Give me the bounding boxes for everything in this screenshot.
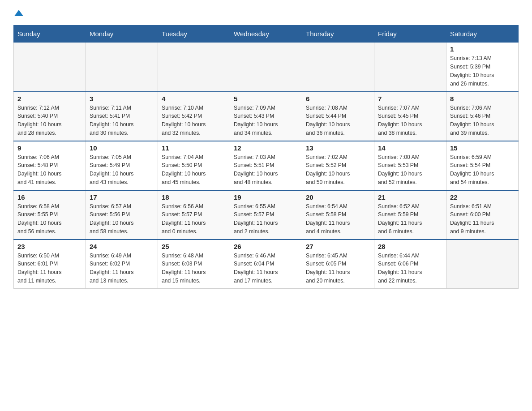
weekday-header-row: SundayMondayTuesdayWednesdayThursdayFrid… (14, 26, 519, 43)
day-number: 4 (162, 95, 226, 103)
calendar-cell: 13Sunrise: 7:02 AM Sunset: 5:52 PM Dayli… (302, 141, 374, 190)
day-number: 17 (90, 193, 154, 201)
day-number: 2 (17, 95, 82, 103)
calendar-cell (86, 43, 158, 92)
calendar-week-row: 23Sunrise: 6:50 AM Sunset: 6:01 PM Dayli… (14, 240, 519, 289)
calendar-cell: 28Sunrise: 6:44 AM Sunset: 6:06 PM Dayli… (374, 240, 446, 289)
day-info: Sunrise: 7:02 AM Sunset: 5:52 PM Dayligh… (306, 153, 370, 187)
day-number: 13 (306, 144, 370, 152)
calendar-cell: 9Sunrise: 7:06 AM Sunset: 5:48 PM Daylig… (14, 141, 86, 190)
calendar-cell (302, 43, 374, 92)
day-number: 14 (378, 144, 442, 152)
day-info: Sunrise: 6:44 AM Sunset: 6:06 PM Dayligh… (378, 252, 442, 286)
day-number: 24 (90, 243, 154, 250)
calendar-cell: 20Sunrise: 6:54 AM Sunset: 5:58 PM Dayli… (302, 190, 374, 240)
calendar-cell: 7Sunrise: 7:07 AM Sunset: 5:45 PM Daylig… (374, 92, 446, 141)
logo (13, 9, 23, 17)
calendar-cell (158, 43, 230, 92)
calendar-cell: 17Sunrise: 6:57 AM Sunset: 5:56 PM Dayli… (86, 190, 158, 240)
day-info: Sunrise: 7:10 AM Sunset: 5:42 PM Dayligh… (162, 104, 226, 138)
weekday-header-monday: Monday (86, 26, 158, 43)
calendar-cell (374, 43, 446, 92)
weekday-header-saturday: Saturday (446, 26, 519, 43)
day-info: Sunrise: 7:04 AM Sunset: 5:50 PM Dayligh… (162, 153, 226, 187)
calendar-cell: 22Sunrise: 6:51 AM Sunset: 6:00 PM Dayli… (446, 190, 519, 240)
weekday-header-friday: Friday (374, 26, 446, 43)
calendar-cell: 24Sunrise: 6:49 AM Sunset: 6:02 PM Dayli… (86, 240, 158, 289)
day-info: Sunrise: 7:08 AM Sunset: 5:44 PM Dayligh… (306, 104, 370, 138)
day-info: Sunrise: 6:59 AM Sunset: 5:54 PM Dayligh… (450, 153, 515, 187)
calendar-cell: 10Sunrise: 7:05 AM Sunset: 5:49 PM Dayli… (86, 141, 158, 190)
calendar-cell: 5Sunrise: 7:09 AM Sunset: 5:43 PM Daylig… (230, 92, 302, 141)
day-number: 16 (17, 193, 82, 201)
calendar-cell (14, 43, 86, 92)
logo-triangle-icon (14, 9, 23, 17)
day-info: Sunrise: 6:50 AM Sunset: 6:01 PM Dayligh… (17, 252, 82, 286)
day-number: 28 (378, 243, 442, 250)
day-number: 6 (306, 95, 370, 103)
day-number: 26 (234, 243, 298, 250)
day-info: Sunrise: 7:07 AM Sunset: 5:45 PM Dayligh… (378, 104, 442, 138)
calendar-week-row: 16Sunrise: 6:58 AM Sunset: 5:55 PM Dayli… (14, 190, 519, 240)
weekday-header-tuesday: Tuesday (158, 26, 230, 43)
calendar-cell (446, 240, 519, 289)
calendar-cell: 11Sunrise: 7:04 AM Sunset: 5:50 PM Dayli… (158, 141, 230, 190)
day-info: Sunrise: 7:12 AM Sunset: 5:40 PM Dayligh… (17, 104, 82, 138)
day-number: 25 (162, 243, 226, 250)
calendar-cell: 27Sunrise: 6:45 AM Sunset: 6:05 PM Dayli… (302, 240, 374, 289)
day-number: 15 (450, 144, 515, 152)
calendar-cell: 21Sunrise: 6:52 AM Sunset: 5:59 PM Dayli… (374, 190, 446, 240)
calendar-cell: 26Sunrise: 6:46 AM Sunset: 6:04 PM Dayli… (230, 240, 302, 289)
svg-marker-0 (14, 10, 23, 16)
day-number: 22 (450, 193, 515, 201)
day-info: Sunrise: 6:49 AM Sunset: 6:02 PM Dayligh… (90, 252, 154, 286)
day-number: 3 (90, 95, 154, 103)
day-number: 9 (17, 144, 82, 152)
calendar-cell: 8Sunrise: 7:06 AM Sunset: 5:46 PM Daylig… (446, 92, 519, 141)
day-number: 19 (234, 193, 298, 201)
calendar-cell: 15Sunrise: 6:59 AM Sunset: 5:54 PM Dayli… (446, 141, 519, 190)
calendar-cell: 23Sunrise: 6:50 AM Sunset: 6:01 PM Dayli… (14, 240, 86, 289)
calendar-cell (230, 43, 302, 92)
calendar-week-row: 2Sunrise: 7:12 AM Sunset: 5:40 PM Daylig… (14, 92, 519, 141)
day-number: 21 (378, 193, 442, 201)
day-info: Sunrise: 7:06 AM Sunset: 5:48 PM Dayligh… (17, 153, 82, 187)
day-info: Sunrise: 6:46 AM Sunset: 6:04 PM Dayligh… (234, 252, 298, 286)
weekday-header-thursday: Thursday (302, 26, 374, 43)
weekday-header-sunday: Sunday (14, 26, 86, 43)
day-number: 5 (234, 95, 298, 103)
weekday-header-wednesday: Wednesday (230, 26, 302, 43)
day-info: Sunrise: 6:45 AM Sunset: 6:05 PM Dayligh… (306, 252, 370, 286)
calendar-cell: 2Sunrise: 7:12 AM Sunset: 5:40 PM Daylig… (14, 92, 86, 141)
day-info: Sunrise: 6:55 AM Sunset: 5:57 PM Dayligh… (234, 202, 298, 236)
day-info: Sunrise: 6:52 AM Sunset: 5:59 PM Dayligh… (378, 202, 442, 236)
calendar-cell: 16Sunrise: 6:58 AM Sunset: 5:55 PM Dayli… (14, 190, 86, 240)
calendar-week-row: 9Sunrise: 7:06 AM Sunset: 5:48 PM Daylig… (14, 141, 519, 190)
day-info: Sunrise: 7:03 AM Sunset: 5:51 PM Dayligh… (234, 153, 298, 187)
day-info: Sunrise: 6:51 AM Sunset: 6:00 PM Dayligh… (450, 202, 515, 236)
calendar-cell: 6Sunrise: 7:08 AM Sunset: 5:44 PM Daylig… (302, 92, 374, 141)
calendar-cell: 3Sunrise: 7:11 AM Sunset: 5:41 PM Daylig… (86, 92, 158, 141)
day-info: Sunrise: 6:54 AM Sunset: 5:58 PM Dayligh… (306, 202, 370, 236)
day-number: 18 (162, 193, 226, 201)
day-number: 23 (17, 243, 82, 250)
page-header (13, 9, 519, 17)
day-number: 20 (306, 193, 370, 201)
day-info: Sunrise: 6:56 AM Sunset: 5:57 PM Dayligh… (162, 202, 226, 236)
day-number: 27 (306, 243, 370, 250)
day-info: Sunrise: 6:57 AM Sunset: 5:56 PM Dayligh… (90, 202, 154, 236)
calendar-cell: 18Sunrise: 6:56 AM Sunset: 5:57 PM Dayli… (158, 190, 230, 240)
day-number: 10 (90, 144, 154, 152)
calendar-cell: 12Sunrise: 7:03 AM Sunset: 5:51 PM Dayli… (230, 141, 302, 190)
day-number: 1 (450, 45, 515, 53)
calendar-cell: 4Sunrise: 7:10 AM Sunset: 5:42 PM Daylig… (158, 92, 230, 141)
calendar-week-row: 1Sunrise: 7:13 AM Sunset: 5:39 PM Daylig… (14, 43, 519, 92)
calendar-cell: 25Sunrise: 6:48 AM Sunset: 6:03 PM Dayli… (158, 240, 230, 289)
day-info: Sunrise: 7:05 AM Sunset: 5:49 PM Dayligh… (90, 153, 154, 187)
day-info: Sunrise: 7:13 AM Sunset: 5:39 PM Dayligh… (450, 54, 515, 88)
calendar-cell: 14Sunrise: 7:00 AM Sunset: 5:53 PM Dayli… (374, 141, 446, 190)
day-info: Sunrise: 7:11 AM Sunset: 5:41 PM Dayligh… (90, 104, 154, 138)
day-number: 7 (378, 95, 442, 103)
calendar-table: SundayMondayTuesdayWednesdayThursdayFrid… (13, 25, 519, 289)
day-number: 11 (162, 144, 226, 152)
